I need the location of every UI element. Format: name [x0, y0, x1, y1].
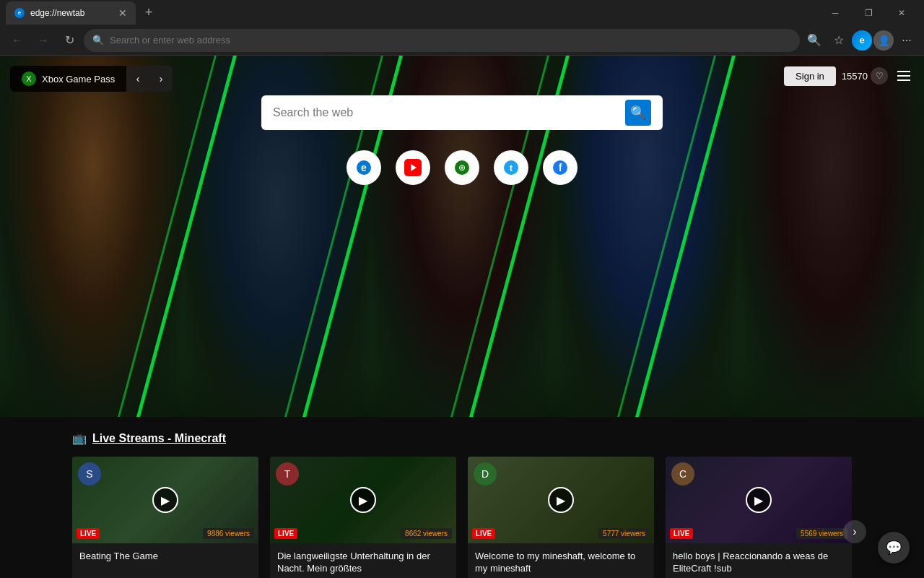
window-controls: ─ ❐ ✕: [819, 0, 918, 25]
stream-thumb-1: S ▶ LIVE 9886 viewers: [72, 457, 258, 543]
search-box[interactable]: 🔍: [261, 95, 663, 130]
thumb-avatar-1: S: [78, 462, 101, 486]
stream-info-4: hello boys | Reaccionando a weas de Elit…: [666, 543, 852, 578]
stream-grid: S ▶ LIVE 9886 viewers Beating The Game S…: [72, 457, 852, 578]
streams-title[interactable]: Live Streams - Minecraft: [92, 432, 226, 445]
stream-card-4[interactable]: C ▶ LIVE 5569 viewers hello boys | Reacc…: [666, 457, 852, 578]
content-area: 📺 Live Streams - Minecraft S ▶ LIVE 9886…: [0, 417, 924, 578]
svg-text:e: e: [361, 162, 367, 173]
tab-title: edge://newtab: [30, 8, 84, 18]
chat-button[interactable]: 💬: [878, 532, 910, 564]
address-bar[interactable]: 🔍: [84, 29, 800, 52]
live-badge-3: LIVE: [472, 528, 495, 539]
active-tab[interactable]: e edge://newtab ✕: [6, 1, 136, 25]
stream-info-3: Welcome to my mineshaft, welcome to my m…: [468, 543, 654, 578]
zoom-button[interactable]: 🔍: [803, 29, 826, 52]
quicklink-youtube[interactable]: [396, 150, 430, 185]
stream-thumb-4: C ▶ LIVE 5569 viewers: [666, 457, 852, 543]
play-button-1[interactable]: ▶: [152, 487, 178, 513]
stream-title-1: Beating The Game: [79, 551, 251, 577]
stream-title-2: Die langweiligste Unterhaltung in der Na…: [277, 551, 449, 577]
back-button[interactable]: ←: [6, 29, 29, 52]
lock-icon: 🔍: [92, 35, 104, 46]
stream-thumb-2: T ▶ LIVE 8662 viewers: [270, 457, 456, 543]
tab-favicon: e: [14, 8, 25, 18]
newtab-page: X Xbox Game Pass ‹ › Sign in 15570 ♡: [0, 56, 924, 578]
play-button-4[interactable]: ▶: [746, 487, 772, 513]
hero-section: X Xbox Game Pass ‹ › Sign in 15570 ♡: [0, 56, 924, 417]
restore-button[interactable]: ❐: [852, 0, 885, 25]
live-badge-1: LIVE: [77, 528, 100, 539]
viewers-badge-4: 5569 viewers: [796, 528, 847, 539]
stream-title-3: Welcome to my mineshaft, welcome to my m…: [475, 551, 647, 577]
settings-button[interactable]: ···: [895, 29, 918, 52]
tab-close-button[interactable]: ✕: [118, 7, 127, 19]
new-tab-button[interactable]: +: [139, 3, 159, 23]
streams-next-button[interactable]: ›: [843, 520, 866, 543]
stream-info-1: Beating The Game S Sapnap Twitch: [72, 543, 258, 578]
stream-badges-2: LIVE 8662 viewers: [274, 528, 452, 539]
address-input[interactable]: [110, 35, 791, 46]
stream-info-2: Die langweiligste Unterhaltung in der Na…: [270, 543, 456, 578]
live-badge-4: LIVE: [670, 528, 693, 539]
browser-window: e edge://newtab ✕ + ─ ❐ ✕ ← → ↻ 🔍 🔍 ☆ e …: [0, 0, 924, 56]
forward-button[interactable]: →: [32, 29, 55, 52]
streams-section-header: 📺 Live Streams - Minecraft: [72, 431, 852, 445]
svg-text:⊕: ⊕: [458, 163, 466, 173]
close-button[interactable]: ✕: [885, 0, 918, 25]
stream-title-4: hello boys | Reaccionando a weas de Elit…: [673, 551, 845, 577]
minimize-button[interactable]: ─: [819, 0, 852, 25]
edge-icon: e: [852, 30, 872, 51]
streams-title-link[interactable]: Live Streams - Minecraft: [92, 432, 226, 444]
toolbar-actions: 🔍 ☆ e 👤 ···: [803, 29, 918, 52]
toolbar: ← → ↻ 🔍 🔍 ☆ e 👤 ···: [0, 25, 924, 56]
quicklink-twitter[interactable]: t: [494, 150, 528, 185]
play-button-2[interactable]: ▶: [350, 487, 376, 513]
stream-card-2[interactable]: T ▶ LIVE 8662 viewers Die langweiligste …: [270, 457, 456, 578]
quicklink-xbox[interactable]: ⊕: [445, 150, 479, 185]
search-input[interactable]: [273, 106, 618, 119]
viewers-badge-2: 8662 viewers: [401, 528, 452, 539]
quicklink-facebook[interactable]: f: [543, 150, 578, 185]
thumb-avatar-2: T: [276, 462, 299, 486]
thumb-avatar-4: C: [671, 462, 694, 486]
streams-icon: 📺: [72, 431, 87, 445]
stream-badges-3: LIVE 5777 viewers: [472, 528, 650, 539]
search-button[interactable]: 🔍: [625, 100, 651, 126]
profile-button[interactable]: 👤: [873, 30, 894, 51]
stream-thumb-3: D ▶ LIVE 5777 viewers: [468, 457, 654, 543]
quicklink-edge[interactable]: e: [346, 150, 381, 185]
refresh-button[interactable]: ↻: [58, 29, 81, 52]
stream-card-1[interactable]: S ▶ LIVE 9886 viewers Beating The Game S…: [72, 457, 258, 578]
live-badge-2: LIVE: [274, 528, 297, 539]
search-container: 🔍: [261, 95, 663, 130]
svg-text:f: f: [559, 162, 562, 173]
quick-links: e ⊕ t f: [346, 150, 578, 185]
stream-badges-1: LIVE 9886 viewers: [77, 528, 254, 539]
stream-card-3[interactable]: D ▶ LIVE 5777 viewers Welcome to my mine…: [468, 457, 654, 578]
hero-overlay: 🔍 e ⊕ t f: [0, 56, 924, 417]
thumb-avatar-3: D: [474, 462, 497, 486]
favorites-button[interactable]: ☆: [827, 29, 850, 52]
svg-text:t: t: [510, 163, 513, 173]
viewers-badge-3: 5777 viewers: [598, 528, 650, 539]
viewers-badge-1: 9886 viewers: [203, 528, 254, 539]
play-button-3[interactable]: ▶: [548, 487, 574, 513]
title-bar: e edge://newtab ✕ + ─ ❐ ✕: [0, 0, 924, 25]
stream-badges-4: LIVE 5569 viewers: [670, 528, 847, 539]
